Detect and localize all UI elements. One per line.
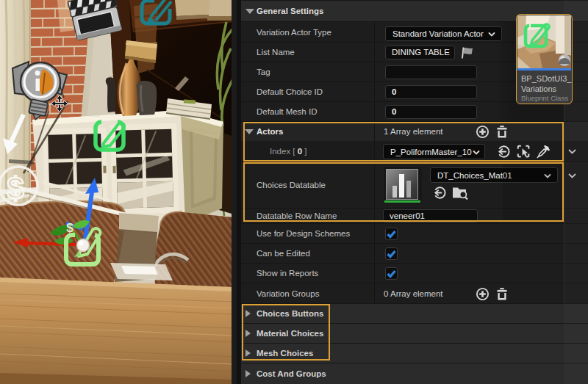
svg-text:$: $ [7,171,24,206]
svg-text:Info: Info [89,111,100,118]
